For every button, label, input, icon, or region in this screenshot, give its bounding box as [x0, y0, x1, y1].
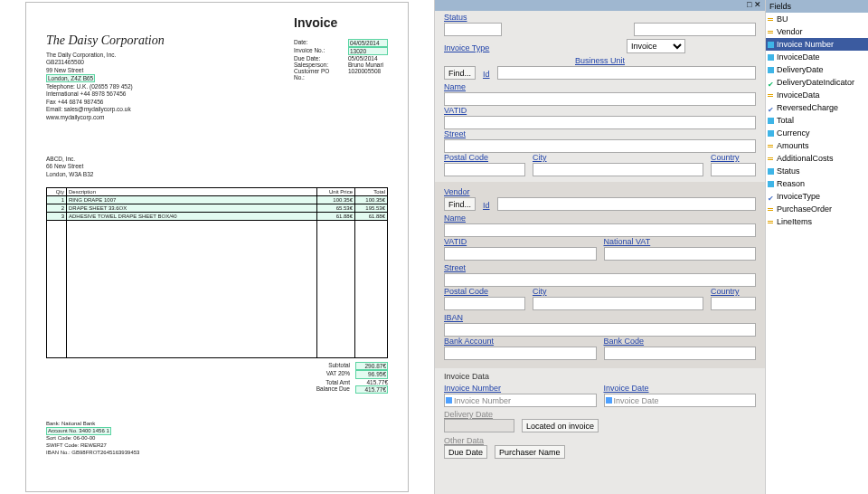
field-item[interactable]: PurchaseOrder [766, 203, 868, 215]
vendor-city-input[interactable] [533, 297, 703, 310]
field-item[interactable]: DeliveryDate [766, 63, 868, 76]
vendor-bankacc-input[interactable] [444, 347, 597, 360]
seller-block: The Daily Corporation, Inc. GB231465500 … [46, 52, 165, 121]
vendor-bankcode-input[interactable] [604, 347, 757, 360]
field-item[interactable]: Vendor [766, 25, 868, 38]
vendor-name-input[interactable] [444, 223, 756, 237]
field-item[interactable]: BU [766, 13, 868, 25]
table-row: 2DRAPE SHEET 33.6OX65.53€195.53€ [47, 204, 388, 213]
bu-city-input[interactable] [533, 163, 703, 176]
fields-header: Fields [766, 0, 868, 13]
invoice-date-input[interactable] [604, 394, 757, 407]
field-type-icon [768, 143, 774, 149]
bu-id-input[interactable] [497, 66, 756, 80]
line-items-table: Qty Description Unit Price Total 1RING D… [46, 187, 388, 358]
purchaser-name-button[interactable]: Purchaser Name [495, 445, 565, 459]
field-item[interactable]: AdditionalCosts [766, 152, 868, 165]
field-type-icon [768, 16, 774, 23]
vendor-natvat-input[interactable] [604, 247, 757, 261]
close-icon[interactable]: ✕ [754, 0, 761, 9]
field-type-icon [768, 67, 774, 73]
field-item[interactable]: Total [766, 114, 868, 127]
field-type-icon [768, 92, 774, 99]
bank-details: Bank: National Bank Account No. 3400 145… [46, 421, 388, 457]
due-date-button[interactable]: Due Date [444, 445, 487, 459]
field-type-icon [768, 54, 774, 61]
vendor-label: Vendor [444, 187, 470, 196]
field-type-icon [768, 181, 774, 187]
status-label: Status [444, 13, 502, 22]
field-type-icon [768, 105, 774, 111]
bu-country-input[interactable] [711, 163, 756, 176]
invoice-type-select[interactable]: Invoice [627, 39, 685, 53]
located-button[interactable]: Located on invoice [522, 419, 599, 432]
invoice-number-input[interactable] [444, 394, 597, 407]
field-type-icon [768, 156, 774, 162]
field-indicator-icon [606, 397, 612, 404]
vendor-id-input[interactable] [497, 197, 756, 211]
bu-label: Business Unit [575, 56, 625, 65]
field-indicator-icon [446, 397, 452, 404]
vendor-country-input[interactable] [711, 297, 756, 310]
field-type-icon [768, 194, 774, 200]
bu-name-input[interactable] [444, 92, 756, 106]
field-type-icon [768, 206, 774, 213]
status-input[interactable] [444, 23, 502, 36]
table-row: 1RING DRAPE 1007100.35€100.35€ [47, 196, 388, 204]
extraction-form: □ ✕ Status Invoice Type Invoice Business… [434, 0, 765, 494]
maximize-icon[interactable]: □ [747, 0, 751, 9]
field-type-icon [768, 168, 774, 175]
bu-street-input[interactable] [444, 139, 756, 153]
bu-vatid-input[interactable] [444, 116, 756, 129]
field-item[interactable]: Amounts [766, 139, 868, 152]
field-item[interactable]: InvoiceData [766, 89, 868, 101]
delivery-date-label: Delivery Date [444, 410, 514, 419]
field-item[interactable]: LineItems [766, 215, 868, 228]
other-data-label: Other Data [444, 436, 484, 445]
field-type-icon [768, 130, 774, 137]
delivery-date-input [444, 419, 514, 432]
field-item[interactable]: Currency [766, 127, 868, 139]
bu-find-button[interactable]: Find... [444, 66, 476, 80]
field-item[interactable]: ReversedCharge [766, 101, 868, 114]
bu-postal-input[interactable] [444, 163, 525, 176]
company-name: The Daisy Corporation [46, 33, 165, 48]
invoice-document: The Daisy Corporation The Daily Corporat… [25, 2, 409, 492]
field-type-icon [768, 219, 774, 225]
totals-block: Subtotal290.87€ VAT 20%96.95€ Total Amt4… [296, 362, 388, 393]
field-item[interactable]: InvoiceType [766, 190, 868, 203]
table-row: 3ADHESIVE TOWEL DRAPE SHEET BOX/4061.88€… [47, 213, 388, 221]
field-type-icon [768, 42, 774, 48]
invoice-meta: Date:04/05/2014 Invoice No.:13020 Due Da… [294, 39, 388, 81]
field-type-icon [768, 29, 774, 35]
vendor-find-button[interactable]: Find... [444, 197, 476, 211]
field-type-icon [768, 80, 774, 86]
invoice-title: Invoice [294, 15, 388, 30]
field-item[interactable]: Status [766, 165, 868, 177]
invoice-data-label: Invoice Data [444, 372, 756, 381]
field-item[interactable]: Reason [766, 177, 868, 190]
vendor-vatid-input[interactable] [444, 247, 597, 261]
field-item[interactable]: InvoiceDate [766, 51, 868, 63]
vendor-street-input[interactable] [444, 273, 756, 287]
buyer-block: ABCD, Inc. 66 New Street London, W3A B32 [46, 156, 388, 178]
status-extra-input[interactable] [634, 23, 756, 36]
vendor-iban-input[interactable] [444, 323, 756, 337]
field-item[interactable]: DeliveryDateIndicator [766, 76, 868, 89]
invoice-type-label: Invoice Type [444, 43, 489, 52]
fields-panel: Fields BUVendorInvoice NumberInvoiceDate… [765, 0, 868, 494]
field-type-icon [768, 118, 774, 124]
field-item[interactable]: Invoice Number [766, 38, 868, 51]
vendor-postal-input[interactable] [444, 297, 525, 310]
